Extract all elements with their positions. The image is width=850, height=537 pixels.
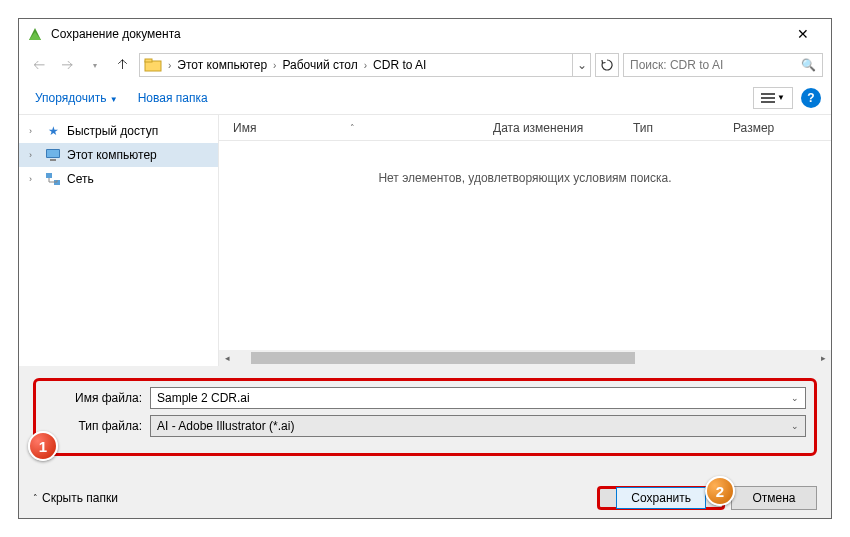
column-type[interactable]: Тип — [633, 121, 733, 135]
sidebar-item-quick-access[interactable]: › ★ Быстрый доступ — [19, 119, 218, 143]
file-list-area: Имя˄ Дата изменения Тип Размер Нет элеме… — [219, 115, 831, 366]
bottom-panel: Имя файла: Sample 2 CDR.ai ⌄ Тип файла: … — [19, 366, 831, 518]
annotation-callout-2: 2 — [705, 476, 735, 506]
close-button[interactable]: ✕ — [783, 26, 823, 42]
chevron-down-icon: ▼ — [777, 93, 785, 102]
breadcrumb-desktop[interactable]: Рабочий стол — [278, 58, 361, 72]
breadcrumb[interactable]: › Этот компьютер › Рабочий стол › CDR to… — [139, 53, 591, 77]
up-button[interactable]: 🡡 — [111, 53, 135, 77]
svg-rect-4 — [761, 97, 775, 99]
chevron-right-icon: › — [362, 60, 369, 71]
sort-asc-icon: ˄ — [350, 123, 355, 133]
computer-icon — [45, 147, 61, 163]
filename-value: Sample 2 CDR.ai — [157, 391, 250, 405]
app-icon — [27, 26, 43, 42]
svg-rect-7 — [47, 150, 59, 157]
hide-folders-button[interactable]: ˄ Скрыть папки — [33, 491, 118, 505]
dialog-title: Сохранение документа — [51, 27, 783, 41]
view-icon — [761, 92, 775, 104]
network-icon — [45, 171, 61, 187]
svg-rect-9 — [46, 173, 52, 178]
cancel-button[interactable]: Отмена — [731, 486, 817, 510]
scrollbar-thumb[interactable] — [251, 352, 635, 364]
chevron-right-icon: › — [29, 126, 39, 136]
sidebar-item-label: Быстрый доступ — [67, 124, 158, 138]
chevron-right-icon: › — [29, 174, 39, 184]
annotation-highlight-2: Сохранить 2 — [597, 486, 725, 510]
column-date[interactable]: Дата изменения — [493, 121, 633, 135]
search-placeholder: Поиск: CDR to AI — [630, 58, 723, 72]
titlebar: Сохранение документа ✕ — [19, 19, 831, 49]
chevron-down-icon[interactable]: ⌄ — [791, 421, 799, 431]
svg-rect-5 — [761, 101, 775, 103]
recent-dropdown[interactable]: ▾ — [83, 53, 107, 77]
filetype-select[interactable]: AI - Adobe Illustrator (*.ai) ⌄ — [150, 415, 806, 437]
filename-input[interactable]: Sample 2 CDR.ai ⌄ — [150, 387, 806, 409]
search-icon: 🔍 — [801, 58, 816, 72]
chevron-down-icon[interactable]: ⌄ — [791, 393, 799, 403]
hide-folders-label: Скрыть папки — [42, 491, 118, 505]
refresh-icon — [601, 59, 613, 71]
refresh-button[interactable] — [595, 53, 619, 77]
organize-button[interactable]: Упорядочить ▼ — [29, 87, 124, 109]
scroll-left-icon[interactable]: ◂ — [219, 350, 235, 366]
svg-rect-8 — [50, 159, 56, 161]
new-folder-button[interactable]: Новая папка — [132, 87, 214, 109]
breadcrumb-dropdown[interactable]: ⌄ — [572, 54, 590, 76]
save-dialog: Сохранение документа ✕ 🡠 🡢 ▾ 🡡 › Этот ко… — [18, 18, 832, 519]
filetype-label: Тип файла: — [44, 419, 150, 433]
empty-message: Нет элементов, удовлетворяющих условиям … — [219, 141, 831, 185]
annotation-callout-1: 1 — [28, 431, 58, 461]
sidebar-item-network[interactable]: › Сеть — [19, 167, 218, 191]
search-input[interactable]: Поиск: CDR to AI 🔍 — [623, 53, 823, 77]
annotation-highlight-1: Имя файла: Sample 2 CDR.ai ⌄ Тип файла: … — [33, 378, 817, 456]
filename-label: Имя файла: — [44, 391, 150, 405]
sidebar-item-label: Сеть — [67, 172, 94, 186]
footer: ˄ Скрыть папки Сохранить 2 Отмена — [33, 466, 817, 510]
folder-icon — [144, 56, 162, 74]
body-area: › ★ Быстрый доступ › Этот компьютер › Се… — [19, 115, 831, 366]
chevron-up-icon: ˄ — [33, 493, 38, 503]
horizontal-scrollbar[interactable]: ◂ ▸ — [219, 350, 831, 366]
nav-bar: 🡠 🡢 ▾ 🡡 › Этот компьютер › Рабочий стол … — [19, 49, 831, 81]
toolbar: Упорядочить ▼ Новая папка ▼ ? — [19, 81, 831, 115]
sidebar: › ★ Быстрый доступ › Этот компьютер › Се… — [19, 115, 219, 366]
breadcrumb-folder[interactable]: CDR to AI — [369, 58, 430, 72]
svg-rect-2 — [145, 59, 152, 62]
sidebar-item-label: Этот компьютер — [67, 148, 157, 162]
svg-rect-3 — [761, 93, 775, 95]
chevron-right-icon: › — [166, 60, 173, 71]
column-headers: Имя˄ Дата изменения Тип Размер — [219, 115, 831, 141]
help-button[interactable]: ? — [801, 88, 821, 108]
chevron-right-icon: › — [271, 60, 278, 71]
sidebar-item-this-pc[interactable]: › Этот компьютер — [19, 143, 218, 167]
filetype-value: AI - Adobe Illustrator (*.ai) — [157, 419, 294, 433]
column-size[interactable]: Размер — [733, 121, 813, 135]
star-icon: ★ — [45, 123, 61, 139]
view-options-button[interactable]: ▼ — [753, 87, 793, 109]
back-button[interactable]: 🡠 — [27, 53, 51, 77]
column-name[interactable]: Имя˄ — [233, 121, 493, 135]
chevron-down-icon: ▼ — [110, 95, 118, 104]
forward-button: 🡢 — [55, 53, 79, 77]
breadcrumb-this-pc[interactable]: Этот компьютер — [173, 58, 271, 72]
scroll-right-icon[interactable]: ▸ — [815, 350, 831, 366]
chevron-right-icon: › — [29, 150, 39, 160]
